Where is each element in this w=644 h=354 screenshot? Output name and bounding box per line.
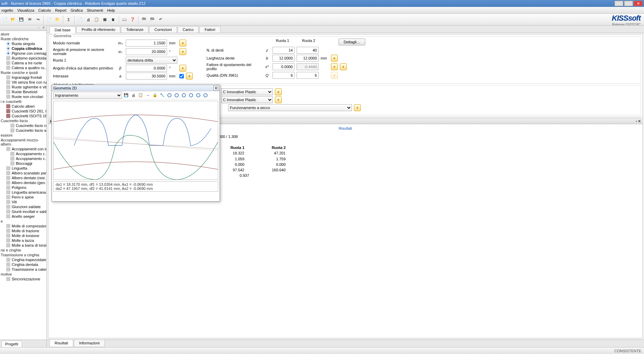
tree-item[interactable]: Bloccaggi [0,161,46,166]
menu-strumenti[interactable]: Strumenti [87,8,103,12]
tree-item[interactable]: Viti [0,200,46,204]
tree-item[interactable]: Sincronizzazione [0,277,46,281]
mat2-button[interactable]: + [275,96,282,103]
tree-item[interactable]: Accoppiamenti con interf… [0,147,46,151]
tree-item[interactable]: Accoppiamento c… [0,151,46,156]
calc-fattore2-button[interactable]: + [340,63,347,70]
tree-item[interactable]: Catena a tre ruote [0,61,46,65]
calc-icon[interactable]: 🖩 [110,16,116,23]
tree-item[interactable]: Linguetta [0,166,46,171]
tree-item[interactable]: Calcolo alberi [0,104,46,109]
input-largh-1[interactable] [273,55,295,62]
results-close-icon[interactable]: ✕ [638,119,641,124]
results-undock-icon[interactable]: ▫ [636,119,637,124]
tab-carico[interactable]: Carico [178,26,199,33]
geometry-plot[interactable] [53,101,218,180]
tree-item[interactable]: Ruote sghembe e viti sen… [0,85,46,89]
export-icon[interactable]: ↪ [34,16,41,23]
select-lubrication[interactable]: Funzionamento a secco [228,104,352,111]
tree-item[interactable]: Cuscinetto liscio radi… [0,123,46,128]
sidebar-tab-progetti[interactable]: Progetti [1,341,22,347]
tree-item[interactable]: Poligono [0,185,46,190]
input-qualita-2[interactable] [297,72,319,79]
float-clip-icon[interactable]: 📋 [137,92,144,98]
table-icon[interactable]: ▦ [101,16,108,23]
tab-tolleranze[interactable]: Tolleranze [121,26,148,33]
menu-grafica[interactable]: Grafica [70,8,82,12]
calc-angpres-button[interactable]: + [179,48,186,55]
mat1-button[interactable]: + [275,88,282,95]
undo-icon[interactable]: ↶ [157,16,164,23]
btab-risultati[interactable]: Risultati [49,340,73,347]
tree-cat[interactable]: essioni [0,133,46,138]
tree-item[interactable]: Ruota singola [0,41,46,46]
float-gear4-icon[interactable] [188,92,194,98]
tree-cat[interactable]: Ruote coniche e ipoidi [0,70,46,75]
float-save-icon[interactable]: 💾 [123,92,129,98]
tree-item[interactable]: Giunti incollati e saldati [0,209,46,214]
save-icon[interactable]: 💾 [18,16,25,23]
tree-item[interactable]: Accoppiamento c… [0,156,46,161]
module-tree[interactable]: atureRuote cilindricheRuota singolaCoppi… [0,31,46,339]
tree-item[interactable]: Cinghia dentata [0,262,46,267]
help-icon[interactable]: ❓ [129,16,136,23]
input-modulo[interactable] [126,40,167,46]
tree-item[interactable]: Ruote non circolari [0,94,46,99]
minimize-button[interactable]: — [614,1,623,6]
float-tool-icon[interactable]: 🔧 [159,92,165,98]
sigma-icon[interactable]: Σ [65,16,72,23]
float-gear6-icon[interactable] [202,92,209,98]
copy-icon[interactable]: 📋 [93,16,100,23]
page-icon[interactable]: 📄 [77,16,84,23]
tree-item[interactable]: Albero dentato (resi… [0,175,46,180]
tree-item[interactable]: Coppia cilindrica [0,46,46,51]
undock-icon[interactable]: ▫ [37,25,41,30]
tree-item[interactable]: Viti senza fine con ruota … [0,80,46,85]
tree-item[interactable]: Cinghia trapezoidale [0,257,46,262]
close-panel-icon[interactable]: ✕ [42,25,46,30]
tree-item[interactable]: Cuscinetti ISO/TS 16281 [0,114,46,118]
calc-largh-button[interactable]: + [331,55,338,62]
menu-rogetto[interactable]: rogetto [1,8,13,12]
tab-fattori[interactable]: Fattori [199,26,220,33]
mail-icon[interactable]: ✉ [26,16,33,23]
tree-item[interactable]: Catena a quattro ru… [0,65,46,70]
book-icon[interactable]: 📖 [121,16,128,23]
tree-item[interactable]: Molle di torsione [0,233,46,238]
tab-correzioni[interactable]: Correzioni [149,26,177,33]
tree-item[interactable]: Ruote Beveloid [0,89,46,94]
tree-cat[interactable]: Ruote cilindriche [0,36,46,41]
close-button[interactable]: ✕ [634,1,643,6]
maximize-button[interactable]: □ [624,1,633,6]
tree-item[interactable]: Albero dentato (geo… [0,180,46,185]
tree-cat[interactable]: Accoppiamenti mozzo-albero [0,138,46,147]
tree-item[interactable]: Pignone con cremagli… [0,51,46,56]
float-close-icon[interactable]: ✕ [213,86,218,90]
menu-calcolo[interactable]: Calcolo [38,8,51,12]
float-gear5-icon[interactable] [195,92,201,98]
tree-item[interactable]: Giunzioni saldate [0,204,46,209]
doc-icon[interactable]: 📄 [46,16,53,23]
menu-visualizza[interactable]: Visualizza [17,8,34,12]
float-gear2-icon[interactable] [174,92,180,98]
tree-item[interactable]: Molle di trazione [0,228,46,233]
tab-profilo-di-riferimento[interactable]: Profilo di riferimento [76,26,120,33]
tree-cat[interactable]: i e cuscinetti [0,99,46,104]
select-material-1[interactable]: C Innovative Plastic [221,88,273,95]
new-icon[interactable]: 📄 [1,16,8,23]
input-fattore-1[interactable] [273,63,295,70]
tree-cat[interactable]: ne e cinghie [0,248,46,253]
folder-icon[interactable]: 📁 [54,16,61,23]
input-ndenti-1[interactable] [273,47,295,54]
tree-item[interactable]: Molle a barra di torsione [0,243,46,248]
float-gear3-icon[interactable] [181,92,187,98]
menu-help[interactable]: Help [107,8,115,12]
float-gear1-icon[interactable] [166,92,173,98]
tree-cat[interactable]: Cuscinetto liscio [0,118,46,123]
float-export-icon[interactable]: → [145,92,151,98]
print-icon[interactable]: 🖨 [85,16,92,23]
input-ndenti-2[interactable] [297,47,319,54]
float-lock-icon[interactable]: 🔒 [152,92,158,98]
input-qualita-1[interactable] [273,72,295,79]
open-icon[interactable]: 📂 [10,16,16,23]
